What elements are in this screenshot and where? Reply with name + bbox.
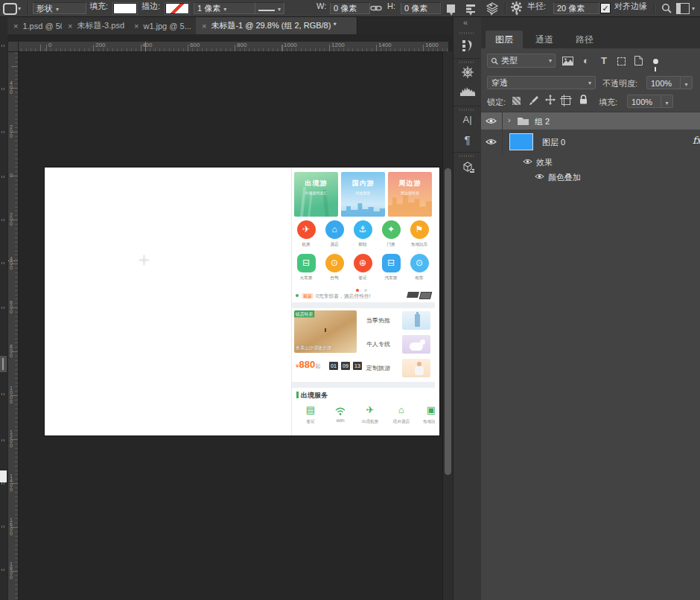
filter-shape-layers-icon[interactable] (614, 54, 629, 68)
visibility-eye-icon[interactable] (486, 138, 497, 146)
shape-width-input[interactable]: 0 像素 (330, 2, 370, 14)
service-hotel[interactable]: ⌂酒店 (320, 220, 349, 248)
layer-row-effects[interactable]: 效果 (481, 154, 700, 169)
visibility-eye-icon[interactable] (523, 158, 532, 165)
workspace-dropdown-icon[interactable]: ▾ (692, 5, 695, 12)
service-local-fun[interactable]: ⚑当地玩乐 (405, 220, 433, 248)
stroke-swatch[interactable] (165, 3, 189, 14)
color-overlay-label[interactable]: 颜色叠加 (548, 172, 581, 183)
filter-pixel-layers-icon[interactable] (560, 54, 575, 68)
panel-grip-active[interactable] (0, 470, 7, 482)
promo-card[interactable]: 镇店特卖 金黄山沙漠徒步游 (294, 310, 357, 353)
scrollbar-thumb[interactable] (445, 168, 451, 475)
radius-input[interactable]: 20 像素 (553, 2, 599, 14)
outbound-hotel[interactable]: ⌂境外酒店 (389, 404, 414, 425)
search-icon[interactable] (661, 3, 672, 13)
layer-thumbnail[interactable] (509, 133, 533, 150)
collapse-panels-icon[interactable]: « (463, 18, 467, 27)
brush-settings-panel-icon[interactable] (454, 39, 481, 52)
promo-link-seasonal[interactable]: 当季热推 (366, 310, 432, 331)
notice-bar[interactable]: 最新 0元享惊喜，酒店任性住! (292, 290, 435, 301)
outbound-flight[interactable]: ✈出境机票 (357, 404, 383, 425)
lock-paint-brush-icon[interactable] (529, 95, 538, 106)
tab-paths[interactable]: 路径 (566, 31, 603, 48)
canvas-vertical-scrollbar[interactable] (442, 51, 453, 600)
service-visa[interactable]: ⊕签证 (349, 254, 377, 281)
visibility-eye-icon[interactable] (535, 173, 544, 180)
effects-label[interactable]: 效果 (536, 157, 553, 168)
artboard[interactable]: 出境游 出境游特卖汇 国内游 特惠预售 周边游 周边游特卖 ✈机票 ⌂酒店 ⚓邮… (45, 167, 439, 435)
fill-input[interactable]: 100% (627, 95, 661, 108)
outbound-local[interactable]: ▣当地玩乐 (419, 404, 435, 425)
canvas-area[interactable]: 0 200 400 600 800 1000 1200 1400 1600 60… (7, 34, 453, 600)
doc-tab-4-active[interactable]: ×未标题-1 @ 29.8% (组 2, RGB/8) * (196, 17, 357, 34)
service-cruise[interactable]: ⚓邮轮 (349, 220, 377, 248)
layer-effects-fx-badge[interactable]: fx (693, 135, 700, 146)
filter-pin-toggle-icon[interactable] (648, 54, 663, 68)
promo-caption: 金黄山沙漠徒步游 (296, 345, 331, 352)
outbound-visa[interactable]: ▤签证 (298, 404, 323, 425)
countdown-hours: 01 (329, 362, 338, 370)
layer-name[interactable]: 图层 0 (542, 137, 565, 148)
close-tab-icon[interactable]: × (202, 22, 206, 31)
layer-filter-type-select[interactable]: 类型 ▾ (487, 54, 556, 68)
service-bus[interactable]: ⊟汽车票 (377, 254, 405, 281)
filter-adjustment-layers-icon[interactable]: ◐ (579, 54, 594, 68)
align-edges-checkbox[interactable]: ✓ (600, 3, 611, 13)
bullet-icon (296, 294, 299, 297)
opacity-dropdown-icon[interactable]: ▾ (681, 76, 693, 89)
blend-mode-select[interactable]: 穿透 ▾ (487, 76, 596, 89)
service-flight[interactable]: ✈机票 (292, 220, 320, 248)
tab-layers[interactable]: 图层 (486, 31, 523, 48)
tool-mode-select[interactable]: 形状 (33, 2, 86, 14)
expert-thumb (402, 335, 430, 354)
ruler-tick-label: 200 (10, 125, 15, 138)
3d-panel-icon[interactable] (454, 161, 481, 174)
promo-link-custom[interactable]: 定制旅游 (366, 358, 432, 379)
navigator-panel-icon[interactable] (454, 66, 481, 79)
character-panel-icon[interactable]: A| (454, 114, 481, 125)
close-tab-icon[interactable]: × (68, 22, 72, 31)
visibility-eye-icon[interactable] (486, 117, 497, 125)
filter-smart-objects-icon[interactable] (631, 54, 646, 68)
horizontal-ruler[interactable]: 0 200 400 600 800 1000 1200 1400 1600 (18, 42, 448, 52)
fill-swatch[interactable] (113, 3, 137, 14)
lock-all-padlock-icon[interactable] (579, 95, 588, 104)
layer-row-color-overlay[interactable]: 颜色叠加 (481, 169, 700, 184)
stroke-size-select[interactable]: 1 像素 (194, 2, 256, 14)
tab-channels[interactable]: 通道 (526, 31, 563, 48)
outbound-wifi[interactable]: WiFi (328, 404, 353, 423)
close-tab-icon[interactable]: × (134, 22, 139, 31)
layer-row-group2[interactable]: › 组 2 (481, 112, 700, 130)
panel-grip[interactable] (0, 356, 7, 372)
fill-dropdown-icon[interactable]: ▾ (661, 95, 673, 108)
banner-domestic: 国内游 特惠预售 (341, 172, 385, 217)
filter-type-value: 类型 (501, 55, 518, 66)
promo-link-expert[interactable]: 牛人专线 (366, 334, 432, 355)
link-dimensions-icon[interactable] (370, 4, 382, 13)
paragraph-panel-icon[interactable]: ¶ (454, 133, 481, 146)
expand-group-chevron-icon[interactable]: › (508, 115, 511, 124)
histogram-panel-icon[interactable] (454, 86, 481, 96)
service-rent-car[interactable]: ⊙租车 (405, 254, 433, 281)
group-name[interactable]: 组 2 (535, 116, 550, 127)
lock-transparency-icon[interactable] (512, 97, 521, 105)
opacity-input[interactable]: 100% (646, 76, 681, 89)
stroke-size-value: 1 像素 (197, 4, 220, 13)
lock-position-move-icon[interactable] (545, 95, 556, 105)
service-tickets[interactable]: ✦门票 (377, 220, 405, 248)
close-tab-icon[interactable]: × (13, 22, 18, 31)
vertical-ruler[interactable]: 600 400 200 0 200 400 600 800 1000 1200 … (8, 51, 19, 600)
rounded-rectangle-tool-icon[interactable] (3, 3, 17, 15)
filter-type-layers-icon[interactable]: T (596, 54, 611, 68)
tool-preset-dropdown-icon[interactable]: ▾ (18, 5, 21, 12)
ruler-tick-label: 200 (95, 42, 105, 48)
service-self-drive[interactable]: ⊙自驾 (320, 254, 349, 281)
layer-row-layer0[interactable]: 图层 0 fx (481, 130, 700, 155)
service-train[interactable]: ⊟火车票 (292, 254, 320, 281)
stroke-style-select[interactable] (255, 2, 284, 14)
workspace-switcher-icon[interactable] (676, 3, 690, 14)
shape-height-input[interactable]: 0 像素 (401, 2, 441, 14)
lock-artboard-icon[interactable] (561, 96, 570, 105)
ruler-tick-label: 600 (190, 42, 200, 48)
